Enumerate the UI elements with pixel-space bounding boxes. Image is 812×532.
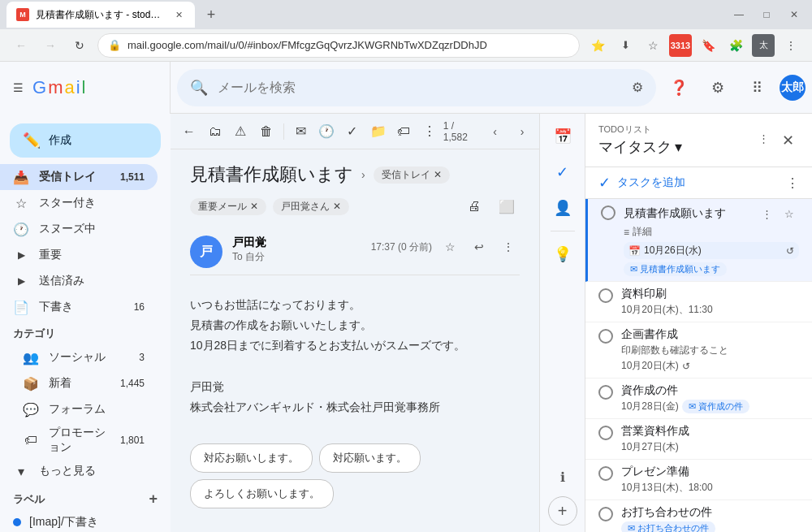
- task1-star-btn[interactable]: ☆: [780, 204, 799, 223]
- maximize-button[interactable]: □: [755, 3, 778, 26]
- compose-button[interactable]: ✏️ 作成: [10, 123, 161, 158]
- settings-icon[interactable]: ⚙: [702, 71, 734, 104]
- todo-item-2[interactable]: 資料印刷 10月20日(木)、11:30: [585, 282, 812, 322]
- todo-title[interactable]: マイタスク ▾: [598, 137, 682, 157]
- nav-starred-label: スター付き: [39, 196, 145, 210]
- search-bar[interactable]: 🔍 ⚙: [177, 69, 656, 106]
- todo-item-3[interactable]: 企画書作成 印刷部数も確認すること 10月20日(木) ↺: [585, 322, 812, 378]
- tag-important-mail-close[interactable]: ✕: [250, 201, 258, 212]
- todo-item-4[interactable]: 資作成の件 10月28日(金) ✉ 資作成の件: [585, 378, 812, 419]
- add-app-btn[interactable]: +: [548, 496, 577, 526]
- todo-item-7[interactable]: お打ち合わせの件 ✉ お打ち合わせの件: [585, 500, 812, 532]
- task1-more-btn[interactable]: ⋮: [757, 204, 776, 223]
- todo-item-5[interactable]: 営業資料作成 10月27日(木): [585, 419, 812, 460]
- todo-more-btn[interactable]: ⋮: [754, 129, 773, 149]
- label-btn[interactable]: 🏷: [391, 119, 416, 145]
- bookmark-icon[interactable]: 🔖: [697, 34, 719, 57]
- help-icon[interactable]: ❓: [663, 71, 695, 104]
- todo-add-row[interactable]: ✓ タスクを追加 ⋮: [585, 167, 812, 199]
- star-email-btn[interactable]: ☆: [438, 236, 461, 258]
- nav-drafts[interactable]: 📄 下書き 16: [0, 294, 158, 320]
- quick-reply-3[interactable]: よろしくお願いします。: [190, 479, 334, 508]
- nav-new-label: 新着: [49, 376, 110, 391]
- hamburger-button[interactable]: ☰: [6, 76, 29, 99]
- task5-checkbox[interactable]: [598, 426, 613, 440]
- download-icon[interactable]: ⬇: [614, 34, 637, 57]
- task2-checkbox[interactable]: [598, 288, 613, 303]
- gmail-ext-icon[interactable]: 3313: [669, 34, 692, 57]
- reply-btn-meta[interactable]: ↩: [468, 236, 490, 258]
- user-avatar[interactable]: 太郎: [780, 75, 806, 101]
- task3-checkbox[interactable]: [598, 329, 613, 344]
- nav-new[interactable]: 📦 新着 1,445: [0, 370, 158, 396]
- quick-reply-2[interactable]: 対応願います。: [319, 443, 421, 473]
- forward-button[interactable]: →: [39, 34, 62, 57]
- quick-reply-1[interactable]: 対応お願いします。: [190, 443, 313, 473]
- more-email-btn[interactable]: ⋮: [497, 236, 520, 258]
- tag-inbox[interactable]: 受信トレイ ✕: [374, 167, 450, 184]
- nav-more[interactable]: ▾ もっと見る: [0, 458, 158, 484]
- nav-sent[interactable]: ▶ 送信済み: [0, 268, 158, 294]
- snooze-btn[interactable]: 🕐: [314, 119, 339, 145]
- close-button[interactable]: ✕: [783, 3, 806, 26]
- task1-checkbox[interactable]: [601, 205, 615, 220]
- back-button[interactable]: ←: [10, 34, 32, 57]
- archive-btn[interactable]: 🗂: [203, 119, 227, 145]
- mark-unread-btn[interactable]: ✉: [289, 119, 313, 145]
- nav-snoozed[interactable]: 🕐 スヌーズ中: [0, 216, 158, 242]
- task6-checkbox[interactable]: [598, 466, 613, 481]
- next-email-btn[interactable]: ›: [512, 120, 533, 143]
- nav-snoozed-label: スヌーズ中: [39, 222, 145, 236]
- label-imap-drafts[interactable]: [Imap]/下書き: [0, 511, 158, 532]
- nav-important[interactable]: ▶ 重要: [0, 242, 158, 268]
- menu-icon[interactable]: ⋮: [780, 34, 802, 57]
- report-spam-btn[interactable]: ⚠: [228, 119, 253, 145]
- tag-inbox-label: 受信トレイ: [382, 168, 430, 182]
- minimize-button[interactable]: —: [728, 3, 750, 26]
- reload-button[interactable]: ↻: [68, 34, 91, 57]
- more-btn[interactable]: ⋮: [417, 119, 442, 145]
- calendar-icon-btn[interactable]: 📅: [546, 120, 579, 153]
- tab-close-btn[interactable]: ✕: [172, 8, 185, 21]
- tag-inbox-close[interactable]: ✕: [434, 169, 442, 180]
- info-icon-btn[interactable]: ℹ: [546, 461, 579, 493]
- tag-important-mail[interactable]: 重要メール ✕: [190, 198, 266, 215]
- search-input[interactable]: [218, 80, 622, 95]
- todo-item-1[interactable]: 見積書作成願います ⋮ ☆ ≡ 詳細 📅: [585, 199, 812, 282]
- ext-icon2[interactable]: 太: [752, 34, 775, 57]
- extensions-icon[interactable]: ⭐: [586, 34, 609, 57]
- todo-close-btn[interactable]: ✕: [776, 129, 799, 152]
- nav-social[interactable]: 👥 ソーシャル 3: [0, 344, 158, 370]
- puzzle-icon[interactable]: 🧩: [724, 34, 747, 57]
- add-task-label[interactable]: タスクを追加: [617, 175, 780, 190]
- nav-inbox[interactable]: 📥 受信トレイ 1,511: [0, 164, 158, 190]
- nav-forum[interactable]: 💬 フォーラム: [0, 396, 158, 422]
- add-task-btn[interactable]: ✓: [340, 119, 365, 145]
- task6-date: 10月13日(木)、18:00: [621, 481, 799, 495]
- prev-email-btn[interactable]: ‹: [485, 120, 506, 143]
- apps-icon[interactable]: ⠿: [741, 71, 773, 104]
- new-window-btn[interactable]: ⬜: [494, 193, 520, 219]
- back-to-list-btn[interactable]: ←: [177, 119, 201, 145]
- task4-checkbox[interactable]: [598, 385, 613, 400]
- labels-add-btn[interactable]: +: [149, 491, 158, 508]
- contacts-icon-btn[interactable]: 👤: [546, 192, 579, 224]
- tag-toda[interactable]: 戸田覚さん ✕: [273, 198, 349, 215]
- task7-checkbox[interactable]: [598, 507, 613, 521]
- nav-starred[interactable]: ☆ スター付き: [0, 190, 158, 216]
- nav-promo[interactable]: 🏷 プロモーション 1,801: [0, 422, 158, 458]
- todo-add-more-btn[interactable]: ⋮: [786, 175, 799, 191]
- filter-icon[interactable]: ⚙: [632, 80, 643, 95]
- tag-toda-close[interactable]: ✕: [333, 201, 341, 212]
- delete-btn[interactable]: 🗑: [254, 119, 279, 145]
- browser-tab[interactable]: M 見積書作成願います - stoda1000× ✕: [6, 2, 195, 28]
- right-icon-bar: 📅 ✓ 👤 💡 ℹ +: [539, 114, 585, 532]
- tasks-icon-btn[interactable]: ✓: [546, 156, 579, 188]
- print-btn[interactable]: 🖨: [461, 193, 487, 219]
- keep-icon-btn[interactable]: 💡: [546, 238, 579, 270]
- new-tab-button[interactable]: +: [200, 3, 222, 26]
- todo-item-6[interactable]: プレゼン準備 10月13日(木)、18:00: [585, 460, 812, 500]
- star-icon[interactable]: ☆: [641, 34, 664, 57]
- address-bar[interactable]: 🔒 mail.google.com/mail/u/0/#inbox/FMfcgz…: [97, 33, 580, 58]
- move-btn[interactable]: 📁: [366, 119, 391, 145]
